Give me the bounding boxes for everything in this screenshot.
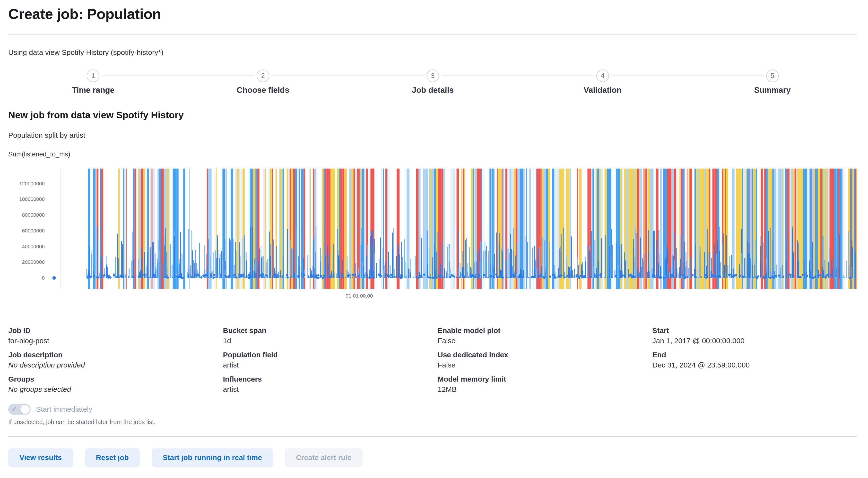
step-connector	[611, 75, 687, 76]
detail-label: Job description	[8, 350, 213, 359]
detail-value: 12MB	[438, 385, 643, 394]
detail-value: False	[438, 360, 643, 370]
detail-job-description: Job description No description provided	[8, 350, 213, 370]
y-tick-label: 0	[42, 275, 45, 281]
step-connector	[348, 75, 424, 76]
toggle-switch[interactable]: ✓	[8, 404, 31, 415]
page-title: Create job: Population	[8, 6, 857, 22]
step-connector	[272, 75, 348, 76]
step-connector	[441, 75, 518, 76]
detail-influencers: Influencers artist	[223, 375, 428, 394]
create-job-page: Create job: Population Using data view S…	[0, 0, 868, 467]
detail-start-time: Start Jan 1, 2017 @ 00:00:00.000	[652, 326, 858, 345]
detail-value: artist	[223, 385, 428, 394]
step-number-circle: 2	[257, 69, 269, 82]
detail-value: artist	[223, 360, 428, 370]
detail-value: No description provided	[8, 360, 213, 370]
step-connector	[781, 75, 857, 76]
detail-use-dedicated-index: Use dedicated index False	[438, 350, 643, 370]
y-tick-label: 40000000	[22, 244, 45, 250]
header-divider	[8, 34, 857, 35]
detail-value: 1d	[223, 336, 428, 345]
step-validation[interactable]: 4 Validation	[518, 69, 687, 95]
step-connector	[8, 75, 84, 76]
create-alert-rule-button[interactable]: Create alert rule	[285, 448, 363, 467]
step-choose-fields[interactable]: 2 Choose fields	[178, 69, 348, 95]
detail-value: for-blog-post	[8, 336, 213, 345]
chart-x-axis: 01-01 00:00	[50, 289, 857, 303]
detail-groups: Groups No groups selected	[8, 375, 213, 394]
y-tick-label: 80000000	[22, 212, 45, 218]
y-tick-label: 100000000	[19, 196, 45, 202]
dataview-line: Using data view Spotify History (spotify…	[8, 48, 857, 57]
footer-actions: View results Reset job Start job running…	[8, 448, 857, 467]
chart-title: Sum(listened_to_ms)	[8, 150, 857, 158]
detail-job-id: Job ID for-blog-post	[8, 326, 213, 345]
detail-label: Influencers	[223, 375, 428, 384]
detail-label: Use dedicated index	[438, 350, 643, 359]
detail-column-4: Start Jan 1, 2017 @ 00:00:00.000 End Dec…	[652, 326, 858, 399]
detail-enable-model-plot: Enable model plot False	[438, 326, 643, 345]
detail-label: Groups	[8, 375, 213, 384]
step-label: Time range	[72, 86, 115, 95]
step-label: Summary	[754, 86, 790, 95]
step-job-details[interactable]: 3 Job details	[348, 69, 518, 95]
detail-label: End	[652, 350, 858, 359]
toggle-knob	[20, 404, 30, 414]
y-tick-label: 60000000	[22, 228, 45, 234]
job-summary-subheading: Population split by artist	[8, 131, 857, 140]
job-summary-details: Job ID for-blog-post Job description No …	[8, 326, 857, 399]
detail-column-3: Enable model plot False Use dedicated in…	[438, 326, 643, 399]
detail-label: Bucket span	[223, 326, 428, 335]
step-number-circle: 1	[87, 69, 99, 82]
reset-job-button[interactable]: Reset job	[85, 448, 140, 467]
step-connector	[518, 75, 594, 76]
step-connector	[178, 75, 254, 76]
start-job-real-time-button[interactable]: Start job running in real time	[152, 448, 273, 467]
start-immediately-toggle[interactable]: ✓ Start immediately	[8, 404, 857, 415]
step-label: Choose fields	[237, 86, 289, 95]
step-number-circle: 5	[766, 69, 779, 82]
toggle-hint: If unselected, job can be started later …	[8, 418, 857, 425]
detail-column-2: Bucket span 1d Population field artist I…	[223, 326, 428, 399]
detail-value: Dec 31, 2024 @ 23:59:00.000	[652, 360, 858, 370]
detail-value: False	[438, 336, 643, 345]
job-summary-heading: New job from data view Spotify History	[8, 109, 857, 121]
population-chart: 120000000 100000000 80000000 60000000 40…	[8, 168, 857, 303]
y-tick-label: 20000000	[22, 259, 45, 265]
step-connector	[687, 75, 764, 76]
step-label: Validation	[584, 86, 622, 95]
chart-y-axis: 120000000 100000000 80000000 60000000 40…	[8, 168, 50, 289]
footer-divider	[8, 436, 857, 437]
step-number-circle: 3	[427, 69, 439, 82]
detail-value: No groups selected	[8, 385, 213, 394]
population-chart-canvas	[50, 168, 857, 289]
detail-end-time: End Dec 31, 2024 @ 23:59:00.000	[652, 350, 858, 370]
check-icon: ✓	[11, 406, 17, 413]
wizard-steps: 1 Time range 2 Choose fields 3 Job detai…	[8, 69, 857, 95]
detail-value: Jan 1, 2017 @ 00:00:00.000	[652, 336, 858, 345]
step-summary[interactable]: 5 Summary	[687, 69, 857, 95]
detail-label: Start	[652, 326, 858, 335]
step-label: Job details	[412, 86, 454, 95]
step-connector	[102, 75, 178, 76]
detail-column-1: Job ID for-blog-post Job description No …	[8, 326, 213, 399]
detail-label: Job ID	[8, 326, 213, 335]
detail-label: Model memory limit	[438, 375, 643, 384]
chart-plot-area	[50, 168, 857, 289]
view-results-button[interactable]: View results	[8, 448, 73, 467]
x-tick-label: 01-01 00:00	[345, 293, 373, 299]
detail-bucket-span: Bucket span 1d	[223, 326, 428, 345]
detail-model-memory-limit: Model memory limit 12MB	[438, 375, 643, 394]
toggle-label: Start immediately	[36, 405, 92, 414]
step-time-range[interactable]: 1 Time range	[8, 69, 178, 95]
step-number-circle: 4	[596, 69, 609, 82]
detail-label: Enable model plot	[438, 326, 643, 335]
detail-label: Population field	[223, 350, 428, 359]
detail-population-field: Population field artist	[223, 350, 428, 370]
y-tick-label: 120000000	[19, 181, 45, 187]
